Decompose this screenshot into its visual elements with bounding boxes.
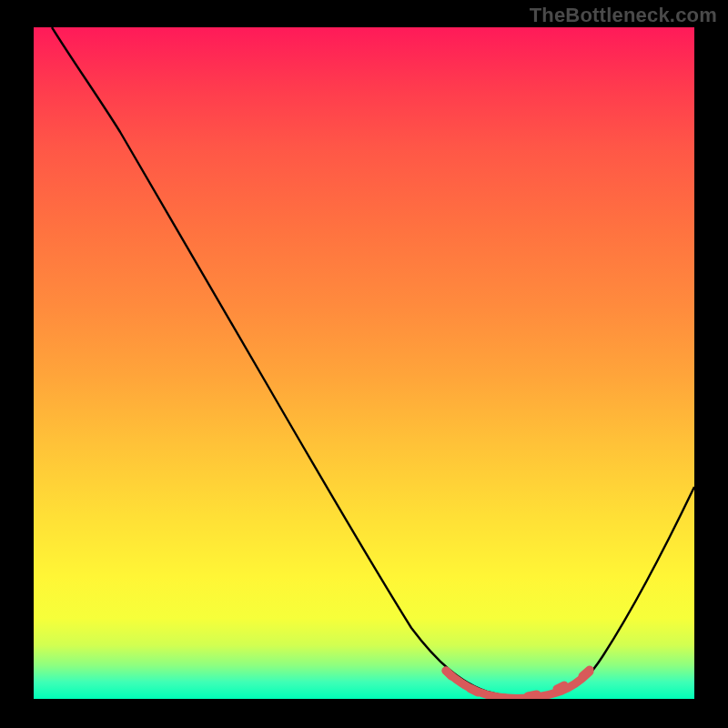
bottleneck-curve <box>52 27 694 697</box>
curve-svg <box>34 27 694 699</box>
svg-line-5 <box>582 670 590 676</box>
chart-frame: TheBottleneck.com <box>0 0 728 728</box>
watermark-text: TheBottleneck.com <box>530 4 717 27</box>
plot-area <box>34 27 694 699</box>
svg-line-0 <box>446 671 451 676</box>
svg-line-4 <box>557 685 564 689</box>
svg-line-3 <box>528 694 537 696</box>
optimum-marker <box>446 670 590 698</box>
svg-line-2 <box>496 697 505 698</box>
svg-line-1 <box>470 689 478 693</box>
